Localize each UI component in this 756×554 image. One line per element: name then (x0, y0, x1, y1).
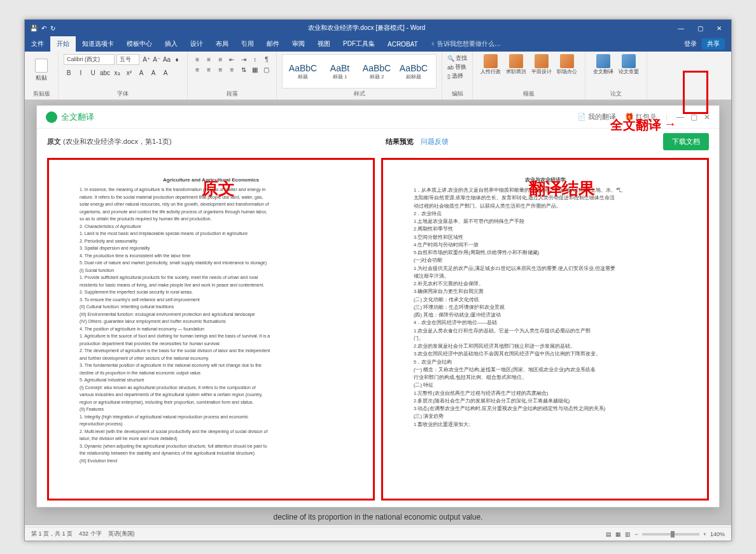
doc-line: (三) 演变趋势 (414, 413, 676, 420)
font-btn[interactable]: A (148, 67, 158, 78)
style-item[interactable]: AaBt标题 1 (322, 57, 358, 85)
list-numbers[interactable]: ≡ (204, 54, 213, 64)
status-language[interactable]: 英语(美国) (108, 530, 135, 538)
font-btn[interactable]: B (64, 67, 74, 78)
zoom-level[interactable]: 140% (710, 531, 725, 537)
ribbon-tab-10[interactable]: 视图 (311, 36, 337, 52)
align-left[interactable]: ≡ (193, 64, 202, 75)
doc-line: 1．从本质上讲,农业的含义是自然界中物质和能量的转化过程。它是指人们利用土地、水… (414, 187, 676, 194)
ribbon-tab-3[interactable]: 模板中心 (120, 36, 158, 52)
zoom-in[interactable]: + (703, 531, 706, 537)
font-btn[interactable]: A (136, 67, 146, 78)
styles-gallery[interactable]: AaBbC标题AaBt标题 1AaBbC标题 2AaBbC副标题 (282, 54, 437, 89)
borders[interactable]: ▢ (262, 64, 271, 75)
ribbon-tab-0[interactable]: 文件 (25, 36, 50, 52)
view-web[interactable]: ▥ (625, 531, 631, 537)
line-spacing[interactable]: ⇅ (239, 64, 248, 75)
doc-line: organisms, and promote and control the l… (80, 209, 342, 216)
align-right[interactable]: ≡ (216, 64, 225, 75)
ribbon-tab-6[interactable]: 布局 (209, 36, 235, 52)
font-btn[interactable]: Aa (162, 55, 172, 65)
window-maximize[interactable]: ▢ (692, 25, 708, 32)
ribbon-tab-12[interactable]: ACROBAT (381, 36, 424, 52)
doc-line: 1. Agriculture is the source of food and… (80, 333, 342, 340)
view-print[interactable]: ▦ (615, 531, 621, 537)
addin-求职简历[interactable]: 求职简历 (503, 54, 529, 75)
style-item[interactable]: AaBbC标题 2 (359, 57, 395, 85)
select-button[interactable]: ▯ 选择 (447, 72, 467, 80)
find-button[interactable]: 🔍 查找 (447, 54, 467, 62)
font-btn[interactable]: I (76, 67, 86, 78)
addin-人性行政[interactable]: 人性行政 (478, 54, 503, 75)
doc-line: 2. Multi-level (with the development of … (80, 429, 342, 436)
group-paragraph: ≡≡≡⇤⇥↕¶ ≡≡≡≡⇅▦▢ 段落 (188, 52, 277, 99)
ribbon-tab-7[interactable]: 引用 (235, 36, 260, 52)
doc-line: (一) 概念：又称农业生产结构,是指某一地区(国家、地区或农业企业)内农业系统各 (414, 366, 676, 373)
font-btn[interactable]: A⁺ (141, 55, 151, 65)
style-item[interactable]: AaBbC副标题 (396, 57, 431, 85)
view-read[interactable]: ▤ (606, 531, 612, 537)
doc-line: solar energy and other natural resources… (80, 201, 342, 208)
ribbon-tab-11[interactable]: PDF工具集 (337, 36, 381, 52)
addin-论文查重[interactable]: 论文查重 (616, 54, 641, 75)
window-close[interactable]: ✕ (711, 25, 727, 32)
font-size-select[interactable]: 五号 (116, 54, 139, 65)
font-btn[interactable]: U (88, 67, 98, 78)
ribbon-tab-1[interactable]: 开始 (50, 36, 76, 52)
ribbon-tab-9[interactable]: 审阅 (286, 36, 311, 52)
zoom-out[interactable]: − (634, 531, 638, 537)
style-item[interactable]: AaBbC标题 (285, 57, 321, 85)
qat-undo[interactable]: ↶ (41, 25, 46, 32)
list-bullets[interactable]: ≡ (193, 54, 202, 64)
doc-line: decline of its proportion in the nationa… (80, 370, 342, 377)
dialog-minimize[interactable]: — (676, 113, 684, 122)
dialog-maximize[interactable]: ▢ (690, 113, 697, 122)
zoom-slider[interactable] (642, 533, 699, 536)
doc-line: labor, the division will be more and mor… (80, 436, 342, 443)
doc-line: 行业和部门的构成,包括其比例、组合形式和地位。 (414, 374, 676, 381)
font-btn[interactable]: ♦ (172, 55, 182, 65)
font-btn[interactable]: x₂ (112, 67, 122, 78)
ribbon-tab-5[interactable]: 设计 (184, 36, 209, 52)
feedback-link[interactable]: 问题反馈 (421, 138, 449, 145)
share-button[interactable]: 共享 (702, 38, 725, 50)
download-button[interactable]: 下载文档 (663, 133, 709, 150)
ribbon-tab-2[interactable]: 知道选项卡 (76, 36, 120, 52)
align-center[interactable]: ≡ (204, 64, 213, 75)
font-name-select[interactable]: Calibri (西文) (64, 54, 115, 65)
bonus-link[interactable]: 🎁 红包兑 (625, 112, 657, 122)
qat-redo[interactable]: ↻ (50, 25, 55, 32)
ribbon-tab-8[interactable]: 邮件 (260, 36, 286, 52)
my-translations-link[interactable]: 📄 我的翻译 (577, 112, 616, 122)
paste-button[interactable]: 粘贴 (30, 54, 53, 86)
list-multi[interactable]: ≡ (216, 54, 225, 64)
status-word-count[interactable]: 432 个字 (79, 530, 102, 538)
show-marks[interactable]: ¶ (262, 54, 271, 64)
status-page[interactable]: 第 1 页，共 1 页 (31, 530, 73, 538)
font-btn[interactable]: abc (100, 67, 110, 78)
doc-line: (I) Concept: also known as agricultural … (80, 385, 342, 392)
doc-line: 2.多层次(随着社会生产力的发展和社会分工的深化,分工将越来越细化) (414, 397, 676, 404)
font-btn[interactable]: x² (124, 67, 134, 78)
addin-平面设计[interactable]: 平面设计 (529, 54, 554, 75)
font-btn[interactable]: A⁻ (151, 55, 162, 65)
dialog-close[interactable]: ✕ (704, 113, 710, 122)
indent-dec[interactable]: ⇤ (227, 54, 236, 64)
addin-全文翻译[interactable]: 全文翻译 (591, 54, 616, 75)
ribbon: 粘贴 剪贴板 Calibri (西文) 五号 A⁺A⁻Aa♦ BIUabcx₂x… (25, 52, 731, 100)
login-button[interactable]: 登录 (684, 39, 697, 48)
sort[interactable]: ↕ (251, 54, 260, 64)
font-btn[interactable]: A (160, 67, 171, 78)
addin-职场办公[interactable]: 职场办公 (554, 54, 580, 75)
replace-button[interactable]: ab 替换 (447, 63, 467, 71)
qat-save[interactable]: 💾 (30, 25, 38, 32)
indent-inc[interactable]: ⇥ (239, 54, 248, 64)
shading[interactable]: ▦ (251, 64, 260, 75)
group-editing: 🔍 查找 ab 替换 ▯ 选择 编辑 (442, 52, 473, 99)
window-minimize[interactable]: — (673, 25, 689, 32)
ribbon-tab-4[interactable]: 插入 (158, 36, 184, 52)
align-justify[interactable]: ≡ (227, 64, 236, 75)
doc-line: 5．农业产业结构 (414, 359, 676, 366)
group-paper: 全文翻译论文查重 论文 (585, 52, 647, 99)
tell-me[interactable]: ♀ 告诉我您想要做什么… (431, 36, 501, 52)
